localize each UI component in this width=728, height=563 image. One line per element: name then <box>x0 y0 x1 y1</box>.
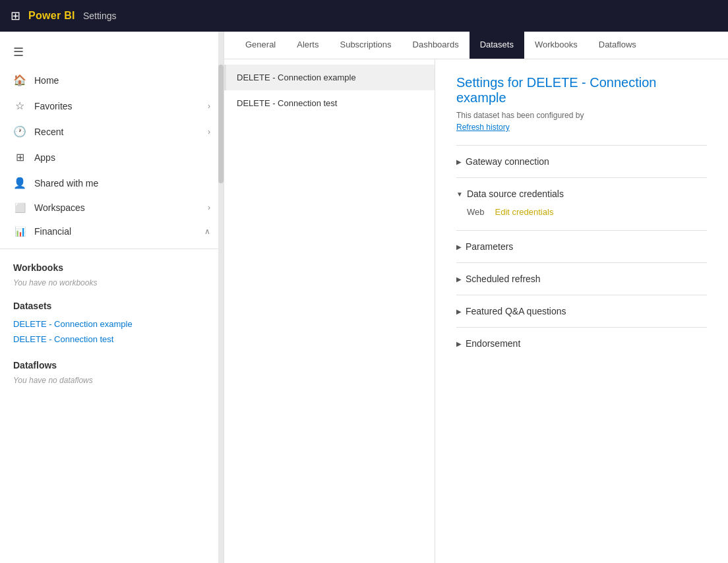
section-datasource: ▼ Data source credentials Web Edit crede… <box>456 177 707 230</box>
dataset-item-0[interactable]: DELETE - Connection example <box>224 65 435 90</box>
section-parameters-label: Parameters <box>466 241 513 252</box>
section-scheduled-header[interactable]: ▶ Scheduled refresh <box>456 271 707 287</box>
tab-alerts[interactable]: Alerts <box>286 32 329 59</box>
edit-credentials-link[interactable]: Edit credentials <box>495 207 554 217</box>
sidebar-item-label: Recent <box>34 127 200 137</box>
settings-panel: Settings for DELETE - Connection example… <box>435 59 728 563</box>
chevron-right-icon: ▶ <box>456 308 462 315</box>
chevron-right-icon: ▶ <box>456 243 462 251</box>
dataset-item-1[interactable]: DELETE - Connection test <box>224 90 435 116</box>
scrollbar-thumb[interactable] <box>218 65 224 183</box>
workbooks-section-title: Workbooks <box>13 262 210 273</box>
tab-datasets[interactable]: Datasets <box>470 32 524 59</box>
dataflows-empty-text: You have no dataflows <box>13 376 210 385</box>
sidebar-item-workspaces[interactable]: ⬜ Workspaces › <box>0 196 224 220</box>
refresh-history-link[interactable]: Refresh history <box>456 123 707 132</box>
sidebar-item-label: Apps <box>34 152 210 163</box>
chevron-right-icon: ▶ <box>456 340 462 347</box>
scrollbar-track[interactable] <box>218 32 224 563</box>
tab-subscriptions[interactable]: Subscriptions <box>329 32 402 59</box>
settings-title-prefix: Settings for <box>456 75 527 90</box>
content-area: DELETE - Connection example DELETE - Con… <box>224 59 728 563</box>
sidebar-item-label: Favorites <box>34 101 200 111</box>
grid-icon[interactable]: ⊞ <box>11 9 20 23</box>
section-parameters: ▶ Parameters <box>456 230 707 262</box>
datasets-section: Datasets DELETE - Connection example DEL… <box>13 301 210 347</box>
sidebar-toggle[interactable]: ☰ <box>0 37 224 67</box>
tab-workbooks[interactable]: Workbooks <box>524 32 588 59</box>
dataset-list-panel: DELETE - Connection example DELETE - Con… <box>224 59 435 563</box>
sidebar-dataset-link-0[interactable]: DELETE - Connection example <box>13 316 210 332</box>
sidebar-item-label: Home <box>34 75 210 86</box>
credential-type: Web <box>467 207 485 217</box>
section-featured-header[interactable]: ▶ Featured Q&A questions <box>456 303 707 319</box>
sidebar-item-favorites[interactable]: ☆ Favorites › <box>0 93 224 119</box>
section-scheduled: ▶ Scheduled refresh <box>456 262 707 295</box>
sidebar-item-shared[interactable]: 👤 Shared with me <box>0 170 224 196</box>
apps-icon: ⊞ <box>13 151 26 163</box>
sidebar-item-label: Workspaces <box>34 202 200 213</box>
chevron-down-icon: ▼ <box>456 191 463 198</box>
topbar: ⊞ Power BI Settings <box>0 0 728 32</box>
settings-label[interactable]: Settings <box>83 11 117 21</box>
dataset-item-label: DELETE - Connection example <box>237 73 356 82</box>
hamburger-icon: ☰ <box>13 45 24 59</box>
sidebar-nav: ☰ 🏠 Home ☆ Favorites › 🕐 Recent › ⊞ Apps <box>0 32 224 249</box>
chevron-right-icon: ▶ <box>456 158 462 165</box>
datasets-section-title: Datasets <box>13 301 210 311</box>
section-endorsement-header[interactable]: ▶ Endorsement <box>456 336 707 351</box>
tab-dashboards[interactable]: Dashboards <box>402 32 470 59</box>
favorites-icon: ☆ <box>13 100 26 112</box>
chevron-right-icon: › <box>208 127 210 136</box>
app-logo: Power BI <box>28 10 75 22</box>
dataflows-section: Dataflows You have no dataflows <box>13 360 210 385</box>
dataset-item-label: DELETE - Connection test <box>237 98 337 108</box>
tab-general[interactable]: General <box>235 32 286 59</box>
section-endorsement: ▶ Endorsement <box>456 327 707 359</box>
section-parameters-header[interactable]: ▶ Parameters <box>456 239 707 254</box>
section-featured-label: Featured Q&A questions <box>466 306 566 316</box>
section-gateway: ▶ Gateway connection <box>456 145 707 177</box>
section-scheduled-label: Scheduled refresh <box>466 274 541 284</box>
settings-title: Settings for DELETE - Connection example <box>456 75 707 105</box>
sidebar-content: Workbooks You have no workbooks Datasets… <box>0 249 224 563</box>
sidebar-item-home[interactable]: 🏠 Home <box>0 67 224 93</box>
tab-dataflows[interactable]: Dataflows <box>588 32 647 59</box>
main-content: General Alerts Subscriptions Dashboards … <box>224 32 728 563</box>
chevron-up-icon: ∧ <box>204 227 210 236</box>
sidebar: ☰ 🏠 Home ☆ Favorites › 🕐 Recent › ⊞ Apps <box>0 32 224 563</box>
workspaces-icon: ⬜ <box>13 202 26 213</box>
section-gateway-label: Gateway connection <box>466 156 549 167</box>
section-endorsement-label: Endorsement <box>466 338 520 349</box>
sidebar-item-apps[interactable]: ⊞ Apps <box>0 144 224 170</box>
sidebar-item-recent[interactable]: 🕐 Recent › <box>0 119 224 144</box>
chevron-right-icon: › <box>208 102 210 111</box>
credential-row: Web Edit credentials <box>467 207 696 217</box>
shared-icon: 👤 <box>13 177 26 189</box>
workbooks-section: Workbooks You have no workbooks <box>13 262 210 287</box>
dataflows-section-title: Dataflows <box>13 360 210 370</box>
workbooks-empty-text: You have no workbooks <box>13 278 210 287</box>
tabs-bar: General Alerts Subscriptions Dashboards … <box>224 32 728 59</box>
section-datasource-header[interactable]: ▼ Data source credentials <box>456 186 707 202</box>
recent-icon: 🕐 <box>13 125 26 138</box>
chevron-right-icon: ▶ <box>456 276 462 283</box>
sidebar-item-financial[interactable]: 📊 Financial ∧ <box>0 220 224 243</box>
financial-icon: 📊 <box>13 226 26 237</box>
chevron-right-icon: › <box>208 203 210 212</box>
home-icon: 🏠 <box>13 74 26 86</box>
section-datasource-content: Web Edit credentials <box>456 202 707 222</box>
settings-subtitle: This dataset has been configured by <box>456 111 707 120</box>
layout: ☰ 🏠 Home ☆ Favorites › 🕐 Recent › ⊞ Apps <box>0 32 728 563</box>
sidebar-dataset-link-1[interactable]: DELETE - Connection test <box>13 332 210 347</box>
section-featured: ▶ Featured Q&A questions <box>456 295 707 327</box>
section-gateway-header[interactable]: ▶ Gateway connection <box>456 154 707 169</box>
sidebar-item-label: Financial <box>34 226 197 237</box>
section-datasource-label: Data source credentials <box>467 189 564 199</box>
sidebar-item-label: Shared with me <box>34 178 210 189</box>
